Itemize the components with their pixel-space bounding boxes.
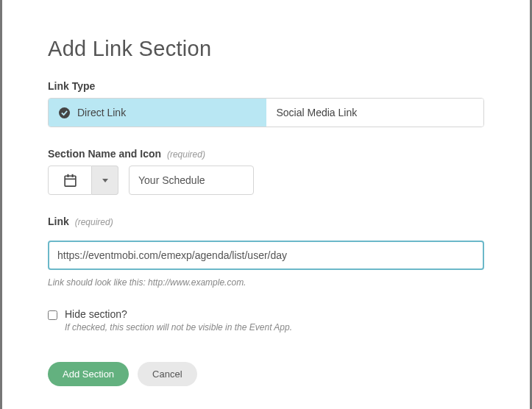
chevron-down-icon: [102, 179, 108, 182]
dialog-panel: Add Link Section Link Type Direct Link S…: [0, 0, 532, 409]
section-name-label-text: Section Name and Icon: [48, 148, 161, 160]
add-section-button[interactable]: Add Section: [48, 362, 129, 386]
svg-rect-2: [67, 174, 68, 177]
check-icon: [59, 107, 70, 118]
link-required: (required): [75, 217, 113, 227]
section-name-label: Section Name and Icon (required): [48, 148, 484, 160]
social-media-link-label: Social Media Link: [277, 107, 358, 118]
hide-section-label: Hide section?: [65, 308, 292, 320]
calendar-icon: [64, 174, 77, 187]
actions-row: Add Section Cancel: [48, 362, 484, 386]
icon-dropdown-button[interactable]: [92, 166, 118, 195]
selected-icon-preview[interactable]: [48, 166, 92, 195]
svg-rect-0: [65, 176, 76, 186]
social-media-link-option[interactable]: Social Media Link: [266, 99, 484, 127]
link-type-segmented: Direct Link Social Media Link: [48, 98, 484, 127]
cancel-button[interactable]: Cancel: [138, 362, 196, 386]
direct-link-label: Direct Link: [77, 107, 126, 118]
hide-section-sub: If checked, this section will not be vis…: [65, 322, 292, 332]
icon-picker: [48, 166, 118, 195]
direct-link-option[interactable]: Direct Link: [49, 99, 266, 127]
link-helper-text: Link should look like this: http://www.e…: [48, 277, 484, 288]
hide-section-checkbox[interactable]: [48, 310, 57, 320]
link-label-text: Link: [48, 216, 69, 227]
link-url-input[interactable]: [48, 241, 484, 270]
section-name-required: (required): [167, 149, 205, 160]
page-title: Add Link Section: [48, 37, 484, 61]
section-name-input[interactable]: [129, 166, 254, 195]
link-type-label: Link Type: [48, 80, 484, 92]
link-label: Link (required): [48, 216, 484, 227]
svg-rect-3: [71, 174, 73, 177]
